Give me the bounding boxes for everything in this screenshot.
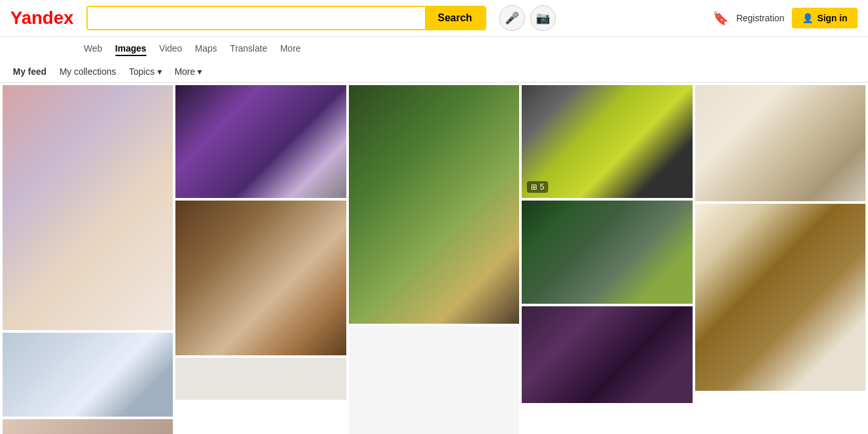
nav-tabs: Web Images Video Maps Translate More bbox=[0, 37, 868, 61]
tab-translate[interactable]: Translate bbox=[230, 42, 268, 56]
badge-count: 5 bbox=[540, 182, 544, 192]
logo-y: Y bbox=[10, 8, 21, 28]
search-bar: Search bbox=[86, 6, 486, 30]
user-icon: 👤 bbox=[802, 13, 813, 23]
grid-column-3 bbox=[349, 85, 519, 434]
list-item[interactable] bbox=[695, 204, 865, 391]
microphone-icon: 🎤 bbox=[505, 11, 519, 25]
camera-icon: 📷 bbox=[536, 11, 550, 25]
list-item[interactable]: ⊞ 5 bbox=[522, 85, 692, 198]
list-item[interactable] bbox=[522, 306, 692, 403]
list-item[interactable] bbox=[349, 85, 519, 324]
camera-button[interactable]: 📷 bbox=[530, 5, 556, 31]
subnav-topics[interactable]: Topics ▾ bbox=[129, 66, 162, 77]
tab-video[interactable]: Video bbox=[159, 42, 182, 56]
header: Yandex Search 🎤 📷 🔖 Registration 👤 Sign … bbox=[0, 0, 868, 37]
subnav-my-feed[interactable]: My feed bbox=[13, 66, 46, 77]
grid-column-1 bbox=[3, 85, 173, 434]
microphone-button[interactable]: 🎤 bbox=[499, 5, 525, 31]
list-item[interactable] bbox=[175, 358, 346, 400]
tab-maps[interactable]: Maps bbox=[195, 42, 217, 56]
registration-button[interactable]: Registration bbox=[736, 13, 785, 23]
grid-column-5 bbox=[695, 85, 865, 434]
sub-nav: My feed My collections Topics ▾ More ▾ bbox=[0, 61, 868, 83]
tab-more[interactable]: More bbox=[280, 42, 301, 56]
header-icons: 🎤 📷 bbox=[499, 5, 556, 31]
signin-label: Sign in bbox=[817, 13, 847, 23]
list-item[interactable] bbox=[3, 85, 173, 330]
image-grid: ⊞ 5 bbox=[0, 83, 868, 434]
image-badge: ⊞ 5 bbox=[527, 181, 548, 193]
list-item[interactable] bbox=[175, 85, 346, 198]
bookmark-icon[interactable]: 🔖 bbox=[713, 10, 729, 26]
search-button[interactable]: Search bbox=[425, 7, 485, 29]
grid-column-4: ⊞ 5 bbox=[522, 85, 692, 434]
search-input[interactable] bbox=[88, 7, 425, 29]
list-item[interactable] bbox=[175, 201, 346, 355]
list-item[interactable] bbox=[3, 419, 173, 434]
header-right: 🔖 Registration 👤 Sign in bbox=[713, 8, 858, 28]
badge-icon: ⊞ bbox=[531, 182, 537, 192]
list-item[interactable] bbox=[522, 201, 692, 304]
tab-web[interactable]: Web bbox=[84, 42, 103, 56]
tab-images[interactable]: Images bbox=[115, 42, 146, 56]
list-item[interactable] bbox=[349, 326, 519, 434]
subnav-my-collections[interactable]: My collections bbox=[59, 66, 116, 77]
logo-andex: andex bbox=[21, 8, 74, 28]
grid-column-2 bbox=[175, 85, 346, 434]
list-item[interactable] bbox=[695, 85, 865, 201]
list-item[interactable] bbox=[3, 333, 173, 417]
signin-button[interactable]: 👤 Sign in bbox=[792, 8, 858, 28]
yandex-logo[interactable]: Yandex bbox=[10, 8, 74, 28]
subnav-more[interactable]: More ▾ bbox=[175, 66, 202, 77]
